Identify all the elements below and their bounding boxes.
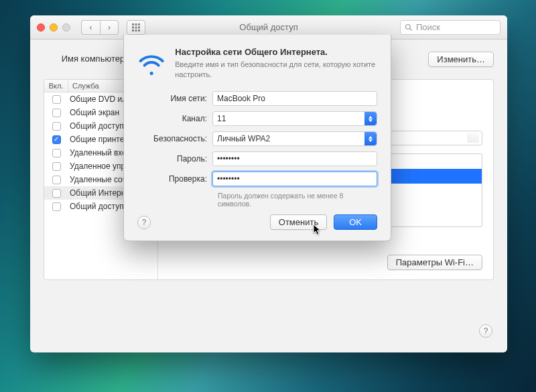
nav-back-forward: ‹ › — [81, 20, 119, 35]
password-input[interactable] — [212, 151, 377, 166]
service-checkbox[interactable] — [52, 202, 61, 211]
password-hint: Пароль должен содержать не менее 8 симво… — [218, 192, 377, 208]
grid-icon — [132, 23, 140, 31]
service-checkbox[interactable] — [52, 109, 61, 117]
search-field[interactable]: Поиск — [400, 20, 500, 35]
svg-rect-8 — [138, 29, 140, 31]
change-button[interactable]: Изменить… — [428, 52, 494, 67]
sheet-title: Настройка сети Общего Интернета. — [175, 47, 377, 57]
internet-sharing-sheet: Настройка сети Общего Интернета. Введите… — [123, 35, 391, 241]
service-checkbox[interactable] — [52, 135, 61, 144]
svg-rect-3 — [132, 26, 134, 28]
verify-label: Проверка: — [137, 174, 212, 184]
service-checkbox[interactable] — [52, 149, 61, 157]
verify-input[interactable] — [212, 172, 377, 186]
help-button[interactable]: ? — [479, 324, 492, 338]
svg-rect-2 — [138, 23, 140, 25]
service-checkbox[interactable] — [52, 122, 61, 131]
cancel-button[interactable]: Отменить — [270, 214, 327, 230]
wifi-params-button[interactable]: Параметры Wi-Fi… — [387, 255, 482, 270]
service-checkbox[interactable] — [52, 162, 61, 171]
security-label: Безопасность: — [137, 134, 212, 143]
svg-rect-0 — [132, 23, 134, 25]
security-select[interactable]: Личный WPA2 — [212, 131, 377, 146]
svg-rect-5 — [138, 26, 140, 28]
service-checkbox[interactable] — [52, 176, 61, 184]
zoom-window-button[interactable] — [62, 23, 70, 31]
svg-point-9 — [406, 24, 411, 29]
show-all-button[interactable] — [127, 20, 145, 35]
network-name-label: Имя сети: — [137, 94, 212, 103]
col-enabled: Вкл. — [44, 80, 68, 92]
sheet-help-button[interactable]: ? — [137, 216, 151, 229]
svg-rect-6 — [132, 29, 134, 31]
close-window-button[interactable] — [37, 23, 45, 31]
channel-select[interactable]: 11 — [212, 111, 377, 126]
computer-name-label: Имя компьютера: — [44, 52, 132, 64]
password-label: Пароль: — [137, 154, 212, 164]
svg-line-10 — [410, 28, 412, 30]
sheet-subtitle: Введите имя и тип безопасности для сети,… — [175, 60, 377, 80]
wifi-icon — [137, 47, 165, 80]
service-checkbox[interactable] — [52, 95, 61, 104]
forward-button[interactable]: › — [100, 20, 119, 35]
svg-rect-4 — [135, 26, 137, 28]
sheet-header: Настройка сети Общего Интернета. Введите… — [137, 47, 377, 80]
channel-label: Канал: — [137, 114, 212, 123]
service-checkbox[interactable] — [52, 189, 61, 198]
search-placeholder: Поиск — [416, 22, 440, 32]
svg-rect-7 — [135, 29, 137, 31]
network-name-input[interactable] — [212, 91, 377, 106]
svg-rect-1 — [135, 23, 137, 25]
ok-button[interactable]: OK — [334, 214, 377, 230]
search-icon — [405, 23, 413, 31]
minimize-window-button[interactable] — [50, 23, 58, 31]
traffic-lights — [37, 23, 70, 31]
back-button[interactable]: ‹ — [81, 20, 100, 35]
